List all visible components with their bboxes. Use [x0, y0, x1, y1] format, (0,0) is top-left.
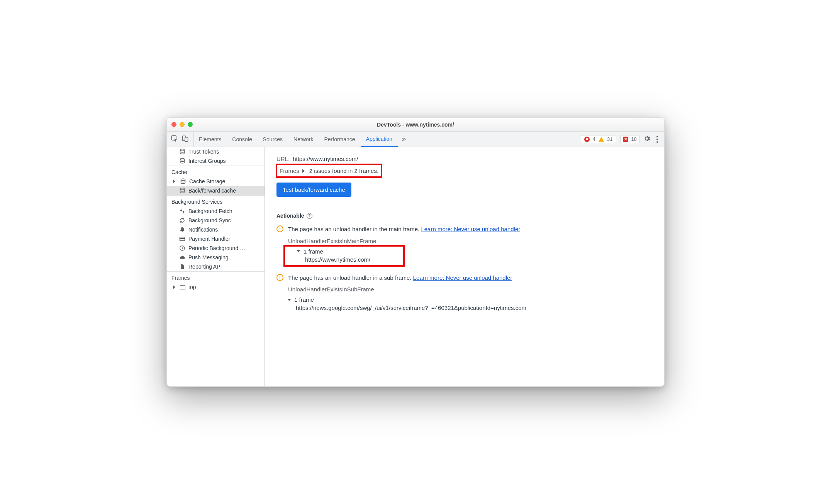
- warning-icon: [599, 137, 604, 142]
- error-icon: ✕: [584, 137, 590, 142]
- sidebar-label: Interest Groups: [188, 158, 226, 164]
- maximize-icon[interactable]: [188, 122, 193, 127]
- svg-point-6: [180, 188, 185, 189]
- svg-point-5: [181, 179, 185, 180]
- devtools-window: DevTools - www.nytimes.com/ Elements Con…: [166, 117, 665, 387]
- file-icon: [179, 264, 185, 270]
- sync-icon: [179, 217, 185, 223]
- tab-sources[interactable]: Sources: [258, 132, 288, 147]
- sidebar-item-interest-groups[interactable]: Interest Groups: [167, 156, 265, 166]
- sidebar-label: Background Fetch: [188, 208, 232, 214]
- sidebar-item-payment[interactable]: Payment Handler: [167, 234, 265, 244]
- frame-count-row[interactable]: 1 frame: [288, 296, 656, 304]
- more-menu-icon[interactable]: [654, 134, 660, 144]
- sidebar-item-bg-fetch[interactable]: Background Fetch: [167, 206, 265, 216]
- learn-more-link[interactable]: Learn more: Never use unload handler: [413, 274, 512, 281]
- sidebar-label: Trust Tokens: [188, 149, 219, 155]
- sidebar-item-frame-top[interactable]: top: [167, 282, 265, 292]
- issues-count: 18: [631, 136, 637, 142]
- expand-icon[interactable]: [173, 179, 175, 183]
- frames-summary: 2 issues found in 2 frames.: [309, 167, 378, 174]
- svg-point-3: [180, 149, 185, 151]
- titlebar: DevTools - www.nytimes.com/: [167, 118, 664, 132]
- inspect-icon[interactable]: [171, 135, 178, 144]
- issue-message: The page has an unload handler in the ma…: [288, 226, 421, 232]
- expand-icon[interactable]: [302, 169, 305, 173]
- close-icon[interactable]: [171, 122, 176, 127]
- settings-icon[interactable]: [643, 135, 650, 143]
- collapse-icon[interactable]: [287, 299, 291, 301]
- svg-rect-2: [185, 137, 188, 142]
- sidebar-label: Background Sync: [188, 217, 231, 223]
- sidebar-item-reporting[interactable]: Reporting API: [167, 262, 265, 271]
- bell-icon: [179, 227, 185, 233]
- frames-label: Frames: [280, 167, 299, 174]
- frame-count-row[interactable]: 1 frame: [297, 248, 399, 256]
- device-toggle-icon[interactable]: [181, 135, 189, 144]
- help-icon[interactable]: ?: [307, 213, 312, 219]
- sidebar-label: Back/forward cache: [188, 188, 236, 194]
- sidebar-label: Reporting API: [188, 264, 222, 270]
- expand-icon[interactable]: [173, 285, 175, 289]
- console-counter[interactable]: ✕ 4 31: [581, 135, 616, 143]
- issue-item: ! The page has an unload handler in a su…: [276, 274, 656, 313]
- collapse-icon[interactable]: [297, 250, 300, 252]
- tab-console[interactable]: Console: [227, 132, 257, 147]
- sidebar-item-periodic[interactable]: Periodic Background …: [167, 244, 265, 253]
- frames-summary-row[interactable]: Frames 2 issues found in 2 frames.: [276, 164, 382, 177]
- bfcache-panel: URL: https://www.nytimes.com/ Frames 2 i…: [265, 147, 664, 386]
- sidebar-item-trust-tokens[interactable]: Trust Tokens: [167, 147, 265, 156]
- sidebar-item-bg-sync[interactable]: Background Sync: [167, 216, 265, 225]
- sidebar-item-push[interactable]: Push Messaging: [167, 253, 265, 262]
- issue-item: ! The page has an unload handler in the …: [276, 225, 656, 266]
- window-title: DevTools - www.nytimes.com/: [167, 122, 664, 128]
- tab-network[interactable]: Network: [288, 132, 319, 147]
- issues-icon: ✕: [623, 137, 628, 142]
- warning-icon: !: [276, 225, 283, 232]
- tab-elements[interactable]: Elements: [193, 132, 227, 147]
- clock-icon: [179, 245, 185, 251]
- traffic-lights: [171, 122, 193, 127]
- url-label: URL:: [276, 156, 290, 162]
- issue-code: UnloadHandlerExistsInSubFrame: [276, 282, 656, 294]
- issue-message: The page has an unload handler in a sub …: [288, 274, 413, 281]
- frame-icon: [180, 285, 185, 289]
- url-value: https://www.nytimes.com/: [293, 156, 358, 162]
- error-count: 4: [593, 136, 595, 142]
- svg-rect-8: [180, 238, 185, 239]
- fetch-icon: [179, 208, 185, 214]
- divider: [265, 207, 664, 207]
- frame-url: https://news.google.com/swg/_/ui/v1/serv…: [288, 304, 656, 311]
- more-tabs-icon[interactable]: [398, 137, 409, 142]
- warning-icon: !: [276, 274, 283, 281]
- svg-point-4: [180, 158, 185, 160]
- sidebar-section-background: Background Services: [167, 195, 265, 206]
- section-title: Actionable: [276, 213, 304, 219]
- sidebar-label: Notifications: [188, 227, 218, 233]
- frame-tree: 1 frame https://news.google.com/swg/_/ui…: [276, 294, 656, 313]
- sidebar-label: Push Messaging: [188, 254, 229, 260]
- warning-count: 31: [607, 136, 612, 142]
- issues-counter[interactable]: ✕ 18: [620, 135, 639, 143]
- sidebar-label: Periodic Background …: [188, 245, 245, 251]
- test-bfcache-button[interactable]: Test back/forward cache: [276, 183, 351, 197]
- frame-url: https://www.nytimes.com/: [297, 256, 399, 263]
- panel-tabs: Elements Console Sources Network Perform…: [193, 132, 409, 147]
- sidebar-label: Cache Storage: [189, 178, 225, 184]
- tab-performance[interactable]: Performance: [319, 132, 360, 147]
- learn-more-link[interactable]: Learn more: Never use unload handler: [421, 226, 520, 232]
- tabstrip: Elements Console Sources Network Perform…: [167, 132, 664, 147]
- frame-count: 1 frame: [294, 296, 314, 303]
- sidebar-section-frames: Frames: [167, 271, 265, 282]
- application-sidebar: Trust Tokens Interest Groups Cache Cache…: [167, 147, 265, 386]
- sidebar-label: Payment Handler: [188, 236, 230, 242]
- sidebar-label: top: [188, 284, 196, 290]
- tab-application[interactable]: Application: [361, 132, 398, 147]
- sidebar-item-notifications[interactable]: Notifications: [167, 225, 265, 234]
- frame-count: 1 frame: [304, 248, 323, 255]
- sidebar-item-bfcache[interactable]: Back/forward cache: [167, 186, 265, 195]
- sidebar-item-cache-storage[interactable]: Cache Storage: [167, 177, 265, 186]
- cloud-icon: [179, 254, 185, 260]
- issue-code: UnloadHandlerExistsInMainFrame: [276, 234, 656, 246]
- minimize-icon[interactable]: [180, 122, 185, 127]
